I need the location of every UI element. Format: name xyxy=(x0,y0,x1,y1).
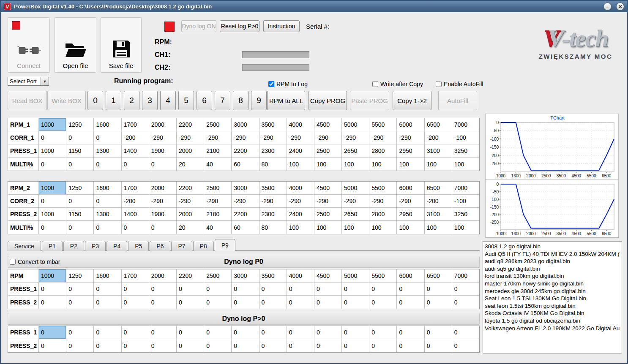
table-cell[interactable]: 7000 xyxy=(452,182,479,195)
table-cell[interactable]: 0 xyxy=(39,283,66,296)
tab-p6[interactable]: P6 xyxy=(150,241,170,251)
table-cell[interactable]: 0 xyxy=(259,283,287,296)
table-cell[interactable]: 1400 xyxy=(122,208,149,221)
table-cell[interactable]: 3000 xyxy=(232,269,259,283)
table-cell[interactable]: 2200 xyxy=(177,269,204,283)
table-cell[interactable]: 100 xyxy=(397,221,424,234)
table-cell[interactable]: 2000 xyxy=(177,208,204,221)
write-box-button[interactable]: Write BOX xyxy=(47,91,86,110)
table-cell[interactable]: 0 xyxy=(177,283,204,296)
table-cell[interactable]: 0 xyxy=(287,339,314,352)
table-cell[interactable]: 0 xyxy=(94,339,121,352)
write-after-copy-input[interactable] xyxy=(372,81,378,87)
table-cell[interactable]: 0 xyxy=(204,296,232,309)
table-cell[interactable]: 0 xyxy=(287,296,314,309)
table-cell[interactable]: 0 xyxy=(66,296,94,309)
table-cell[interactable]: 0 xyxy=(397,339,424,352)
table-cell[interactable]: 0 xyxy=(452,339,479,352)
table-cell[interactable]: 0 xyxy=(452,326,479,339)
table-cell[interactable]: 80 xyxy=(259,158,287,171)
table-cell[interactable]: 1000 xyxy=(39,118,66,131)
table-cell[interactable]: 1300 xyxy=(94,144,121,158)
table-cell[interactable]: 4500 xyxy=(314,269,342,283)
table-cell[interactable]: 5500 xyxy=(369,182,397,195)
table-cell[interactable]: 0 xyxy=(232,339,259,352)
table-cell[interactable]: 3000 xyxy=(232,182,259,195)
table-cell[interactable]: 4000 xyxy=(287,118,314,131)
table-cell[interactable]: 1900 xyxy=(149,144,177,158)
autofill-button[interactable]: AutoFill xyxy=(438,91,477,110)
table-cell[interactable]: 0 xyxy=(94,158,121,171)
table-cell[interactable]: 2500 xyxy=(204,118,232,131)
table-cell[interactable]: 0 xyxy=(122,221,149,234)
table-cell[interactable]: -200 xyxy=(122,131,149,144)
table-cell[interactable]: 100 xyxy=(369,158,397,171)
table-cell[interactable]: -290 xyxy=(342,131,369,144)
table-cell[interactable]: -290 xyxy=(369,195,397,208)
tab-p7[interactable]: P7 xyxy=(171,241,192,251)
table-cell[interactable]: 0 xyxy=(314,296,342,309)
table-cell[interactable]: 3250 xyxy=(452,144,479,158)
table-cell[interactable]: 80 xyxy=(259,221,287,234)
rpm-to-all-button[interactable]: RPM to ALL xyxy=(267,91,305,110)
table-cell[interactable]: -290 xyxy=(287,131,314,144)
table-cell[interactable]: 2400 xyxy=(287,208,314,221)
table-cell[interactable]: 0 xyxy=(232,283,259,296)
table-cell[interactable]: 0 xyxy=(149,283,177,296)
file-list-item[interactable]: Volkswagen Arteon FL 2.0 190KM 2022 Go D… xyxy=(485,325,620,332)
table-cell[interactable]: 0 xyxy=(369,326,397,339)
table-cell[interactable]: 2000 xyxy=(149,182,177,195)
table-cell[interactable]: 2500 xyxy=(314,208,342,221)
table-cell[interactable]: 100 xyxy=(287,158,314,171)
paste-prog-button[interactable]: Paste PROG xyxy=(350,91,389,110)
table-cell[interactable]: 0 xyxy=(397,326,424,339)
table-cell[interactable]: 0 xyxy=(94,326,121,339)
table-cell[interactable]: 0 xyxy=(122,339,149,352)
table-cell[interactable]: 2500 xyxy=(204,182,232,195)
file-list-item[interactable]: master 170km nowy silnik go digital.bin xyxy=(485,280,620,288)
table-cell[interactable]: 1600 xyxy=(94,118,121,131)
tab-service[interactable]: Service xyxy=(8,241,41,251)
file-list[interactable]: 3008 1.2 go digital.binAudi Q5 II (FY FL… xyxy=(483,241,622,353)
file-list-item[interactable]: audi q8 286km 2023 go digital.bin xyxy=(485,258,620,265)
table-cell[interactable]: 2500 xyxy=(314,144,342,158)
table-cell[interactable]: 0 xyxy=(149,296,177,309)
enable-autofill-input[interactable] xyxy=(436,81,442,87)
table-cell[interactable]: 0 xyxy=(149,339,177,352)
table-cell[interactable]: -290 xyxy=(177,131,204,144)
digit-button-8[interactable]: 8 xyxy=(233,91,248,110)
file-list-item[interactable]: ford transit 130km go digital.bin xyxy=(485,272,620,280)
table-cell[interactable]: 2000 xyxy=(177,144,204,158)
tab-p2[interactable]: P2 xyxy=(63,241,84,251)
table-cell[interactable]: 0 xyxy=(39,339,66,352)
table-cell[interactable]: 100 xyxy=(425,158,452,171)
table-cell[interactable]: 6000 xyxy=(397,182,424,195)
table-cell[interactable]: 3500 xyxy=(259,118,287,131)
table-cell[interactable]: 0 xyxy=(66,131,94,144)
table-cell[interactable]: 4500 xyxy=(314,182,342,195)
table-cell[interactable]: 0 xyxy=(232,326,259,339)
table-cell[interactable]: 0 xyxy=(66,195,94,208)
table-cell[interactable]: 0 xyxy=(314,283,342,296)
table-cell[interactable]: 2650 xyxy=(342,144,369,158)
table-cell[interactable]: 40 xyxy=(204,158,232,171)
table-cell[interactable]: 0 xyxy=(39,158,66,171)
table-cell[interactable]: 5000 xyxy=(342,182,369,195)
table-cell[interactable]: 0 xyxy=(149,221,177,234)
table-cell[interactable]: 2950 xyxy=(397,208,424,221)
digit-button-9[interactable]: 9 xyxy=(251,91,267,110)
table-cell[interactable]: 0 xyxy=(149,158,177,171)
table-cell[interactable]: 0 xyxy=(66,221,94,234)
table-cell[interactable]: 1150 xyxy=(66,208,94,221)
table-cell[interactable]: 0 xyxy=(39,195,66,208)
table-cell[interactable]: 4000 xyxy=(287,182,314,195)
table-cell[interactable]: 2000 xyxy=(149,118,177,131)
table-cell[interactable]: 0 xyxy=(122,158,149,171)
table-cell[interactable]: -290 xyxy=(397,195,424,208)
table-cell[interactable]: 100 xyxy=(314,221,342,234)
table-cell[interactable]: -290 xyxy=(314,131,342,144)
table-cell[interactable]: 7000 xyxy=(452,118,479,131)
table-cell[interactable]: 5000 xyxy=(342,269,369,283)
digit-button-1[interactable]: 1 xyxy=(106,91,121,110)
table-cell[interactable]: 1600 xyxy=(94,269,121,283)
